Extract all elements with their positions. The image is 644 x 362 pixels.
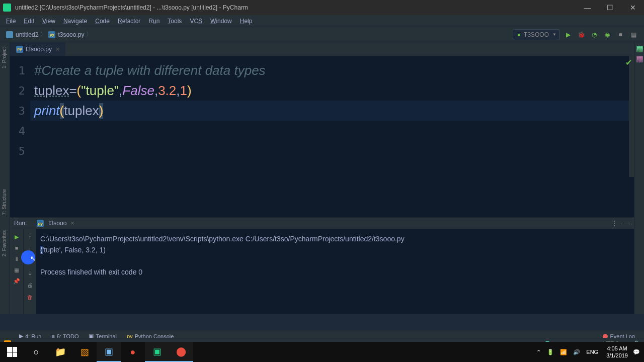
maximize-button[interactable]: ☐ — [599, 0, 621, 15]
menu-window[interactable]: Window — [206, 16, 236, 26]
menu-file[interactable]: File — [2, 16, 20, 26]
python-file-icon: py — [48, 31, 55, 38]
command-line: C:\Users\t3so\PycharmProjects\untitled2\… — [40, 233, 630, 244]
hide-run-button[interactable]: — — [623, 219, 630, 227]
menu-tools[interactable]: Tools — [164, 16, 186, 26]
inspection-indicator[interactable]: ✔ — [625, 58, 632, 65]
close-tab-button[interactable]: × — [56, 46, 59, 53]
chevron-right-icon: 〉 — [40, 30, 46, 39]
pin-button[interactable]: 📌 — [12, 277, 21, 286]
start-button[interactable] — [0, 342, 24, 362]
windows-taskbar: ○ 📁 ▧ ▣ ● ▣ ⬤ ⌃ 🔋 📶 🔊 ENG 4:05 AM 3/1/20… — [0, 342, 644, 362]
python-file-icon: py — [16, 46, 23, 53]
tab-t3sooo[interactable]: py t3sooo.py × — [10, 42, 66, 56]
code-editor[interactable]: 1 2 3 4 5 #Create a tuple with different… — [10, 56, 634, 217]
recorder-icon[interactable]: ⬤ — [169, 342, 193, 362]
code-function: print — [34, 103, 60, 119]
print-button[interactable]: 🖨 — [26, 281, 35, 290]
profile-button[interactable]: ◉ — [603, 30, 612, 39]
run-tool-window-header: Run: py t3sooo × ⋮ — — [10, 217, 634, 229]
sublime-text-icon[interactable]: ▧ — [72, 342, 97, 362]
tab-label: t3sooo.py — [26, 46, 52, 53]
editor-tabs: py t3sooo.py × — [10, 42, 634, 56]
line-number: 5 — [10, 141, 30, 161]
line-number: 2 — [10, 80, 30, 101]
breadcrumb-file[interactable]: py t3sooo.py 〉 — [48, 30, 94, 39]
menu-help[interactable]: Help — [236, 16, 257, 26]
gutter: 1 2 3 4 5 — [10, 56, 30, 217]
line-number: 1 — [10, 60, 30, 80]
battery-icon[interactable]: 🔋 — [547, 349, 554, 355]
right-tool-window-bar: ▦ ▦ — [634, 42, 644, 314]
volume-icon[interactable]: 🔊 — [573, 349, 580, 355]
menu-navigate[interactable]: Navigate — [59, 16, 91, 26]
menu-code[interactable]: Code — [91, 16, 114, 26]
wifi-icon[interactable]: 📶 — [560, 349, 567, 355]
favorites-tool-button[interactable]: 2: Favorites — [0, 225, 9, 261]
run-tab-t3sooo[interactable]: py t3sooo × — [33, 219, 78, 228]
structure-tool-button[interactable]: 7: Structure — [0, 184, 9, 220]
layout-button[interactable]: ▦ — [12, 265, 21, 275]
menu-run[interactable]: Run — [144, 16, 164, 26]
file-explorer-icon[interactable]: 📁 — [48, 342, 72, 362]
console-output[interactable]: C:\Users\t3so\PycharmProjects\untitled2\… — [36, 229, 634, 314]
code-content[interactable]: #Create a tuple with different data type… — [30, 56, 634, 217]
stop-run-button[interactable]: ■ — [12, 243, 21, 252]
run-toolbar-primary: ▶ ■ ⏸ ▦ 📌 — [10, 229, 23, 314]
sciview-tool-icon[interactable]: ▦ — [635, 54, 643, 62]
line-number: 3 — [10, 101, 30, 121]
up-arrow-button[interactable]: ↑ — [26, 232, 35, 241]
app-icon[interactable]: ▣ — [97, 342, 121, 362]
pause-button[interactable]: ⏸ — [12, 254, 21, 263]
menu-vcs[interactable]: VCS — [186, 16, 206, 26]
show-hidden-icons[interactable]: ⌃ — [536, 349, 541, 355]
pycharm-taskbar-icon[interactable]: ▣ — [145, 342, 169, 362]
run-button[interactable]: ▶ — [564, 30, 573, 39]
close-button[interactable]: ✕ — [621, 0, 644, 15]
debug-button[interactable]: 🐞 — [577, 30, 586, 39]
menubar: File Edit View Navigate Code Refactor Ru… — [0, 15, 644, 27]
search-everywhere-button[interactable]: ▦ — [629, 30, 638, 39]
python-file-icon: py — [37, 220, 44, 227]
breadcrumb-project[interactable]: untitled2 〉 — [6, 30, 48, 39]
run-configuration-selector[interactable]: ● T3SOOO — [513, 29, 559, 40]
action-center-icon[interactable]: 💬 — [633, 349, 640, 355]
run-toolbar-secondary: ↑ ↓ ⇄ ⤓ 🖨 🗑 — [23, 229, 36, 314]
project-tool-button[interactable]: 1: Project — [0, 42, 9, 73]
menu-view[interactable]: View — [38, 16, 59, 26]
folder-icon — [6, 31, 13, 38]
run-tool-window: ▶ ■ ⏸ ▦ 📌 ↑ ↓ ⇄ ⤓ 🖨 🗑 C:\Users\t3so\Pych… — [10, 229, 634, 314]
language-indicator[interactable]: ENG — [586, 349, 598, 355]
database-tool-icon[interactable]: ▦ — [635, 44, 643, 52]
pycharm-icon — [3, 4, 11, 12]
code-variable: tuplex — [34, 83, 69, 99]
exit-code-line: Process finished with exit code 0 — [40, 266, 630, 278]
rerun-button[interactable]: ▶ — [12, 232, 21, 241]
stop-button[interactable]: ■ — [616, 30, 625, 39]
menu-refactor[interactable]: Refactor — [114, 16, 144, 26]
editor-scrollbar[interactable] — [629, 56, 634, 177]
minimize-button[interactable]: — — [576, 0, 599, 15]
line-number: 4 — [10, 121, 30, 141]
cortana-search-button[interactable]: ○ — [24, 342, 48, 362]
system-clock[interactable]: 4:05 AM 3/1/2019 — [606, 345, 628, 359]
clear-button[interactable]: 🗑 — [26, 293, 35, 302]
run-settings-button[interactable]: ⋮ — [611, 219, 618, 227]
output-line: ('tuple', False, 3.2, 1) — [40, 244, 630, 255]
opera-icon[interactable]: ● — [121, 342, 145, 362]
close-run-tab-button[interactable]: × — [70, 220, 74, 227]
left-tool-window-bar: 1: Project 7: Structure 2: Favorites — [0, 42, 10, 314]
chevron-right-icon: 〉 — [86, 30, 92, 39]
code-comment: #Create a tuple with different data type… — [34, 63, 266, 78]
scroll-to-end-button[interactable]: ⤓ — [26, 268, 35, 278]
mouse-pointer: ↖ — [30, 254, 36, 262]
run-with-coverage-button[interactable]: ◔ — [590, 30, 599, 39]
navigation-bar: untitled2 〉 py t3sooo.py 〉 ● T3SOOO ▶ 🐞 … — [0, 27, 644, 42]
window-title: untitled2 [C:\Users\t3so\PycharmProjects… — [15, 4, 576, 11]
menu-edit[interactable]: Edit — [20, 16, 38, 26]
run-label: Run: — [14, 220, 27, 227]
window-titlebar: untitled2 [C:\Users\t3so\PycharmProjects… — [0, 0, 644, 15]
